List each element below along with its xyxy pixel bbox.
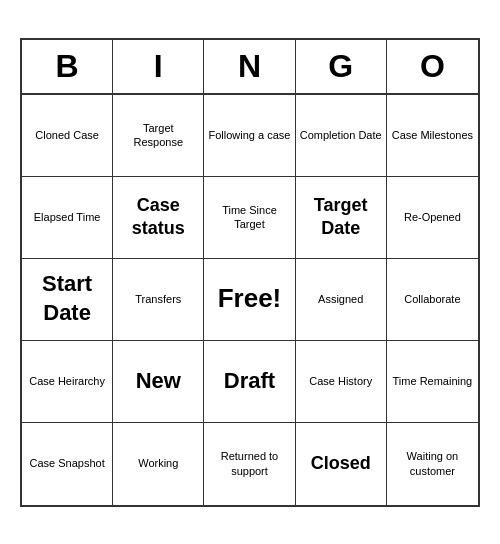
bingo-cell: Time Since Target	[204, 177, 295, 259]
bingo-cell: Case Milestones	[387, 95, 478, 177]
bingo-cell: Completion Date	[296, 95, 387, 177]
header-letter: O	[387, 40, 478, 93]
cell-text: Case Heirarchy	[29, 374, 105, 388]
bingo-cell: Closed	[296, 423, 387, 505]
bingo-cell: Target Date	[296, 177, 387, 259]
cell-text: Re-Opened	[404, 210, 461, 224]
header-letter: B	[22, 40, 113, 93]
bingo-cell: Draft	[204, 341, 295, 423]
cell-text: Target Date	[300, 194, 382, 241]
bingo-cell: Case Snapshot	[22, 423, 113, 505]
cell-text: Returned to support	[208, 449, 290, 478]
bingo-cell: Assigned	[296, 259, 387, 341]
header-letter: G	[296, 40, 387, 93]
bingo-cell: Collaborate	[387, 259, 478, 341]
header-letter: N	[204, 40, 295, 93]
bingo-cell: Case History	[296, 341, 387, 423]
bingo-cell: Working	[113, 423, 204, 505]
bingo-cell: New	[113, 341, 204, 423]
bingo-cell: Waiting on customer	[387, 423, 478, 505]
cell-text: Case Milestones	[392, 128, 473, 142]
cell-text: Cloned Case	[35, 128, 99, 142]
cell-text: Transfers	[135, 292, 181, 306]
bingo-card: BINGO Cloned CaseTarget ResponseFollowin…	[20, 38, 480, 507]
cell-text: Free!	[218, 282, 282, 316]
bingo-cell: Target Response	[113, 95, 204, 177]
cell-text: Waiting on customer	[391, 449, 474, 478]
bingo-cell: Re-Opened	[387, 177, 478, 259]
cell-text: Time Since Target	[208, 203, 290, 232]
bingo-cell: Free!	[204, 259, 295, 341]
cell-text: Time Remaining	[393, 374, 473, 388]
cell-text: Case History	[309, 374, 372, 388]
cell-text: Case status	[117, 194, 199, 241]
bingo-cell: Elapsed Time	[22, 177, 113, 259]
cell-text: Collaborate	[404, 292, 460, 306]
cell-text: New	[136, 367, 181, 396]
header-letter: I	[113, 40, 204, 93]
cell-text: Elapsed Time	[34, 210, 101, 224]
bingo-grid: Cloned CaseTarget ResponseFollowing a ca…	[22, 95, 478, 505]
bingo-cell: Case Heirarchy	[22, 341, 113, 423]
bingo-cell: Start Date	[22, 259, 113, 341]
bingo-cell: Case status	[113, 177, 204, 259]
cell-text: Following a case	[209, 128, 291, 142]
cell-text: Case Snapshot	[29, 456, 104, 470]
bingo-cell: Transfers	[113, 259, 204, 341]
bingo-header: BINGO	[22, 40, 478, 95]
bingo-cell: Returned to support	[204, 423, 295, 505]
bingo-cell: Cloned Case	[22, 95, 113, 177]
cell-text: Working	[138, 456, 178, 470]
cell-text: Target Response	[117, 121, 199, 150]
bingo-cell: Time Remaining	[387, 341, 478, 423]
cell-text: Completion Date	[300, 128, 382, 142]
cell-text: Closed	[311, 452, 371, 475]
cell-text: Assigned	[318, 292, 363, 306]
bingo-cell: Following a case	[204, 95, 295, 177]
cell-text: Start Date	[26, 270, 108, 327]
cell-text: Draft	[224, 367, 275, 396]
